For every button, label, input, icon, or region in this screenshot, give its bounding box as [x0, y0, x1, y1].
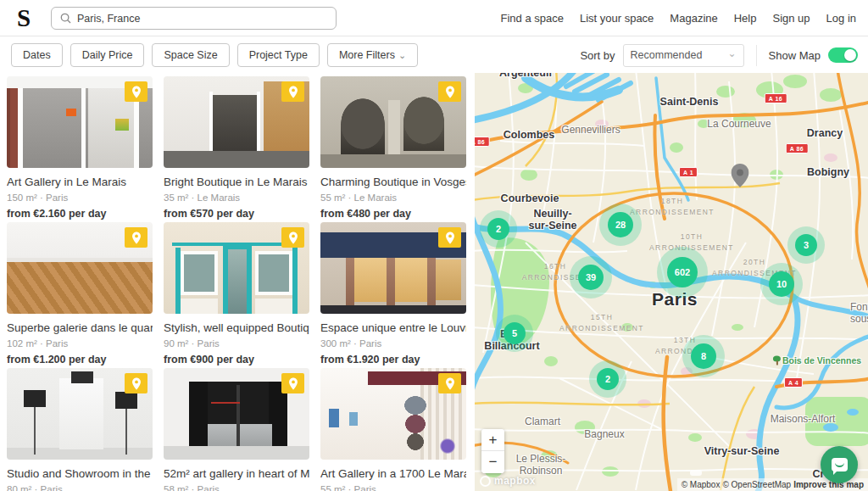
- mapbox-circle-icon: [480, 476, 491, 487]
- map-cluster[interactable]: 28: [608, 212, 633, 237]
- listing-photo[interactable]: [7, 368, 153, 460]
- nav-link-sign-up[interactable]: Sign up: [772, 12, 810, 25]
- pin-badge[interactable]: [281, 81, 304, 102]
- listing-photo[interactable]: [7, 76, 153, 168]
- listing-title[interactable]: Art Gallery in a 1700 Le Marai...: [320, 467, 466, 480]
- filter-button-more-filters[interactable]: More Filters⌄: [327, 43, 418, 67]
- listing-card[interactable]: Espace unique entre le Louvre...300 m² ·…: [320, 222, 466, 368]
- pin-badge[interactable]: [125, 81, 147, 102]
- toggle-knob: [844, 49, 856, 61]
- chevron-down-icon: ⌄: [398, 50, 406, 60]
- map-zoom-controls: + −: [481, 429, 504, 473]
- listing-title[interactable]: Bright Boutique in Le Marais: [164, 176, 309, 188]
- nav-link-find-a-space[interactable]: Find a space: [500, 12, 563, 25]
- map-label-bagneux: Bagneux: [584, 429, 624, 441]
- filter-button-project-type[interactable]: Project Type: [237, 43, 320, 67]
- location-pin-icon: [288, 232, 298, 244]
- map-cluster[interactable]: 602: [667, 257, 698, 287]
- listing-card[interactable]: Art Gallery in Le Marais150 m² · Parisfr…: [7, 76, 153, 222]
- listing-card[interactable]: Art Gallery in a 1700 Le Marai...55 m² ·…: [320, 368, 466, 491]
- nav-link-log-in[interactable]: Log in: [826, 12, 856, 25]
- listing-title[interactable]: Espace unique entre le Louvre...: [320, 321, 466, 334]
- listing-photo[interactable]: [164, 76, 309, 168]
- pin-badge[interactable]: [438, 81, 461, 102]
- listing-card[interactable]: Studio and Showroom in the c...80 m² · P…: [7, 368, 153, 491]
- nav-link-magazine[interactable]: Magazine: [670, 12, 717, 25]
- show-map-toggle[interactable]: [828, 47, 858, 63]
- listing-title[interactable]: Superbe galerie dans le quarti...: [7, 321, 153, 334]
- location-pin-icon: [131, 86, 142, 98]
- location-pin-icon: [131, 232, 142, 244]
- listing-meta: 55 m² · Paris: [320, 484, 466, 491]
- chat-icon: [832, 458, 848, 471]
- chat-button[interactable]: [821, 446, 858, 483]
- listing-card[interactable]: Bright Boutique in Le Marais35 m² · Le M…: [164, 76, 309, 222]
- map-label-bobigny: Bobigny: [807, 166, 849, 178]
- mapbox-wordmark: mapbox: [494, 475, 536, 487]
- arrondissement-label: 18THARRONDISSEMENT: [630, 196, 715, 218]
- listing-title[interactable]: Charming Boutique in Vosges ...: [320, 176, 466, 188]
- location-pin-icon: [445, 86, 455, 98]
- listing-photo[interactable]: [7, 222, 153, 314]
- listing-title[interactable]: Studio and Showroom in the c...: [7, 467, 153, 480]
- listing-price: from €1.920 per day: [320, 354, 466, 365]
- listing-card[interactable]: Superbe galerie dans le quarti...102 m² …: [7, 222, 153, 368]
- improve-map-link[interactable]: Improve this map: [793, 480, 864, 489]
- map-cluster[interactable]: 8: [691, 343, 716, 369]
- map-label-font-sous: Fontsous: [850, 302, 868, 326]
- listing-photo[interactable]: [164, 368, 309, 460]
- pin-badge[interactable]: [438, 227, 461, 248]
- map-cluster[interactable]: 10: [769, 271, 794, 297]
- listing-price: from €570 per day: [164, 208, 309, 220]
- map-cluster[interactable]: 3: [795, 234, 817, 256]
- listing-meta: 102 m² · Paris: [7, 338, 153, 349]
- map-label-gennevilliers: Gennevilliers: [561, 125, 620, 137]
- nav-link-list-your-space[interactable]: List your space: [580, 12, 654, 25]
- zoom-out-button[interactable]: −: [481, 451, 504, 473]
- listing-title[interactable]: 52m² art gallery in heart of M...: [164, 467, 309, 480]
- pin-badge[interactable]: [438, 373, 461, 393]
- mapbox-logo[interactable]: mapbox: [480, 475, 536, 487]
- logo[interactable]: S: [17, 4, 42, 32]
- osm-attribution-link[interactable]: © OpenStreetMap: [722, 480, 791, 489]
- map-label-clamart: Clamart: [525, 416, 560, 428]
- map-label-argenteuil: Argenteuil: [499, 73, 552, 79]
- filter-button-space-size[interactable]: Space Size: [152, 43, 229, 67]
- listing-price: from €900 per day: [164, 354, 309, 365]
- listing-price: from €1.200 per day: [7, 354, 153, 365]
- map-cluster[interactable]: 2: [597, 368, 619, 390]
- mapbox-attribution-link[interactable]: © Mapbox: [682, 480, 721, 489]
- map-pin-icon[interactable]: [732, 164, 749, 191]
- sort-select[interactable]: Recommended ⌄: [623, 44, 744, 67]
- listing-photo[interactable]: [320, 368, 466, 460]
- filter-button-daily-price[interactable]: Daily Price: [70, 43, 145, 67]
- sort-by-label: Sort by: [580, 49, 615, 62]
- attribution-collapse[interactable]: [690, 470, 702, 476]
- listing-card[interactable]: Charming Boutique in Vosges ...55 m² · L…: [320, 76, 466, 222]
- map-cluster[interactable]: 39: [578, 265, 604, 290]
- tree-icon: [773, 355, 781, 365]
- map: ArgenteuilSaint-DenisGennevilliersLa Cou…: [475, 73, 868, 491]
- listing-card[interactable]: Stylish, well equipped Boutiqu...90 m² ·…: [164, 222, 309, 368]
- listings-grid: Art Gallery in Le Marais150 m² · Parisfr…: [0, 73, 475, 491]
- listing-photo[interactable]: [164, 222, 309, 314]
- search-input[interactable]: [77, 13, 314, 25]
- pin-badge[interactable]: [125, 373, 147, 393]
- pin-badge[interactable]: [281, 227, 304, 248]
- pin-badge[interactable]: [125, 227, 147, 248]
- road-badge: A 86: [786, 143, 809, 153]
- search-box[interactable]: [51, 7, 337, 30]
- listing-meta: 58 m² · Paris: [164, 484, 309, 491]
- filter-button-dates[interactable]: Dates: [11, 43, 63, 67]
- listing-title[interactable]: Art Gallery in Le Marais: [7, 176, 153, 188]
- zoom-in-button[interactable]: +: [481, 429, 504, 451]
- listing-title[interactable]: Stylish, well equipped Boutiqu...: [164, 321, 309, 334]
- map-cluster[interactable]: 5: [504, 322, 526, 344]
- pin-badge[interactable]: [281, 373, 304, 393]
- listing-photo[interactable]: [320, 222, 466, 314]
- listing-photo[interactable]: [320, 76, 466, 168]
- listing-meta: 300 m² · Paris: [320, 338, 466, 349]
- nav-link-help[interactable]: Help: [734, 12, 757, 25]
- listing-card[interactable]: 52m² art gallery in heart of M...58 m² ·…: [164, 368, 309, 491]
- map-cluster[interactable]: 2: [487, 218, 509, 240]
